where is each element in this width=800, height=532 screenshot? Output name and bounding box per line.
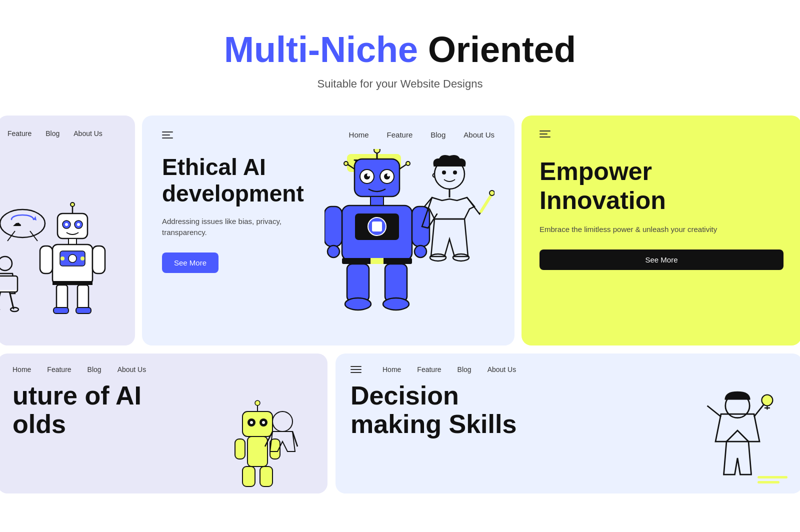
- svg-rect-19: [52, 281, 92, 285]
- card-right-desc: Embrace the limitless power & unleash yo…: [540, 224, 784, 236]
- svg-point-26: [60, 256, 64, 260]
- svg-rect-20: [56, 285, 68, 310]
- svg-rect-71: [248, 436, 268, 466]
- nav-about-center[interactable]: About Us: [464, 130, 494, 139]
- subtitle: Suitable for your Website Designs: [10, 78, 790, 90]
- bottom-row: Home Feature Blog About Us uture of AI o…: [0, 354, 800, 494]
- svg-rect-25: [92, 246, 105, 274]
- svg-rect-72: [235, 439, 245, 459]
- svg-rect-23: [76, 308, 91, 314]
- svg-rect-24: [40, 246, 52, 274]
- nav-feature-center[interactable]: Feature: [387, 130, 413, 139]
- card-center-nav: Home Feature Blog About Us: [162, 130, 494, 139]
- svg-rect-41: [370, 196, 384, 206]
- left-illustration: ☁: [0, 184, 128, 340]
- svg-rect-47: [370, 258, 384, 264]
- hamburger-menu-right[interactable]: [540, 130, 784, 138]
- svg-rect-45: [372, 222, 382, 232]
- svg-rect-75: [260, 466, 272, 486]
- svg-point-58: [453, 170, 457, 174]
- svg-rect-64: [242, 412, 272, 436]
- svg-point-67: [250, 421, 253, 424]
- nav-home-bottom-left[interactable]: Home: [12, 366, 31, 374]
- see-more-button-right[interactable]: See More: [540, 250, 784, 270]
- svg-point-62: [430, 254, 446, 261]
- card-right: Empower Innovation Embrace the limitless…: [522, 116, 800, 346]
- see-more-button-center[interactable]: See More: [162, 252, 218, 273]
- svg-point-14: [70, 202, 74, 206]
- nav-feature-bottom-left[interactable]: Feature: [47, 366, 71, 374]
- svg-text:☁: ☁: [12, 218, 22, 228]
- cards-row: Feature Blog About Us ☁: [0, 116, 800, 346]
- svg-point-40: [406, 162, 410, 166]
- svg-point-27: [80, 256, 84, 260]
- card-left: Feature Blog About Us ☁: [0, 116, 135, 346]
- svg-line-80: [708, 406, 722, 417]
- bottom-right-nav: Home Feature Blog About Us: [350, 366, 788, 374]
- bottom-left-nav: Home Feature Blog About Us: [12, 366, 312, 374]
- svg-point-54: [328, 246, 340, 258]
- title-normal: Oriented: [418, 30, 576, 70]
- card-bottom-left: Home Feature Blog About Us uture of AI o…: [0, 354, 328, 494]
- nav-about-bottom-left[interactable]: About Us: [118, 366, 146, 374]
- nav-home-bottom-right[interactable]: Home: [382, 366, 401, 374]
- center-illustration-area: I0II00: [332, 154, 494, 324]
- card-center-desc: Addressing issues like bias, privacy, tr…: [162, 216, 322, 238]
- svg-line-81: [754, 403, 765, 417]
- svg-point-0: [0, 210, 45, 238]
- svg-point-36: [374, 149, 380, 153]
- svg-point-55: [414, 246, 426, 258]
- svg-point-68: [262, 421, 265, 424]
- header-section: Multi-Niche Oriented Suitable for your W…: [0, 0, 800, 110]
- svg-line-60: [481, 194, 492, 212]
- nav-blog-bottom-right[interactable]: Blog: [458, 366, 472, 374]
- nav-feature-left[interactable]: Feature: [8, 130, 32, 138]
- svg-point-82: [762, 395, 772, 406]
- nav-feature-bottom-right[interactable]: Feature: [417, 366, 441, 374]
- svg-rect-74: [242, 466, 255, 486]
- svg-rect-21: [78, 285, 88, 310]
- svg-point-57: [442, 170, 446, 174]
- svg-point-12: [77, 223, 80, 226]
- nav-about-left[interactable]: About Us: [74, 130, 102, 138]
- card-center-nav-links: Home Feature Blog About Us: [349, 130, 494, 139]
- svg-point-38: [344, 162, 348, 166]
- nav-blog-center[interactable]: Blog: [430, 130, 446, 139]
- svg-point-11: [65, 223, 68, 226]
- svg-rect-49: [385, 264, 407, 302]
- svg-rect-15: [68, 238, 76, 244]
- card-center-title: Ethical AI development: [162, 154, 322, 207]
- svg-point-3: [0, 256, 12, 270]
- title-highlight: Multi-Niche: [224, 30, 418, 70]
- hamburger-menu-center[interactable]: [162, 132, 173, 138]
- bottom-right-illustration: [682, 386, 792, 494]
- svg-point-70: [255, 400, 260, 406]
- svg-point-33: [367, 174, 370, 176]
- svg-point-18: [68, 254, 76, 262]
- svg-point-76: [272, 412, 292, 432]
- bottom-left-illustration: [218, 396, 318, 494]
- card-bottom-right: Home Feature Blog About Us Decision maki…: [336, 354, 800, 494]
- hamburger-menu-bottom-right[interactable]: [350, 366, 362, 373]
- svg-point-7: [10, 308, 18, 312]
- nav-blog-left[interactable]: Blog: [46, 130, 60, 138]
- card-center-text: Ethical AI development Addressing issues…: [162, 154, 322, 273]
- svg-point-63: [453, 254, 469, 261]
- svg-point-61: [490, 190, 494, 196]
- nav-home-center[interactable]: Home: [349, 130, 369, 139]
- svg-rect-5: [0, 277, 16, 290]
- card-left-nav: Feature Blog About Us: [8, 130, 125, 138]
- svg-point-50: [345, 298, 371, 310]
- svg-rect-52: [324, 206, 342, 246]
- card-center: Home Feature Blog About Us Ethical AI de…: [142, 116, 514, 346]
- main-title: Multi-Niche Oriented: [10, 30, 790, 70]
- nav-about-bottom-right[interactable]: About Us: [488, 366, 516, 374]
- center-robot-svg: [324, 149, 494, 324]
- svg-rect-22: [54, 308, 68, 314]
- svg-rect-48: [347, 264, 369, 302]
- svg-point-51: [383, 298, 409, 310]
- nav-blog-bottom-left[interactable]: Blog: [88, 366, 102, 374]
- card-right-title: Empower Innovation: [540, 158, 784, 215]
- card-center-content: Ethical AI development Addressing issues…: [162, 154, 494, 324]
- svg-point-34: [387, 174, 390, 176]
